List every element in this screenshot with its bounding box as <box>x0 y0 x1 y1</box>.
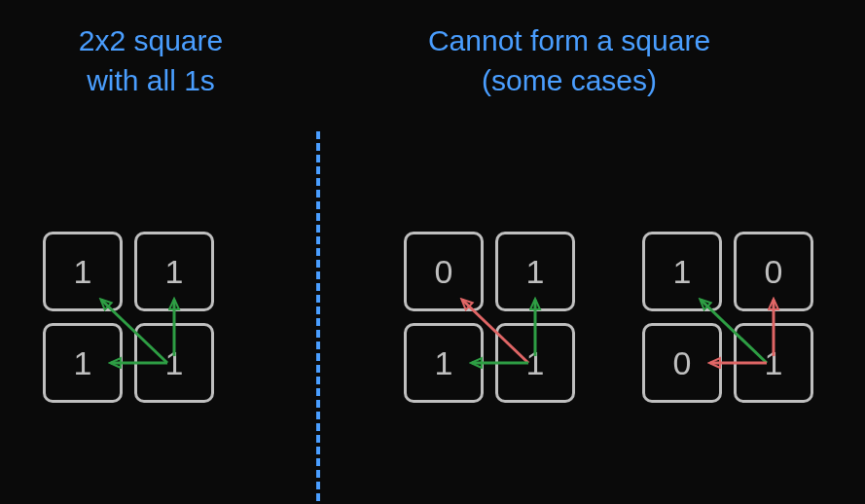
cell-bl: 0 <box>642 323 722 403</box>
cell-bl: 1 <box>43 323 123 403</box>
cell-br: 1 <box>495 323 575 403</box>
heading-right: Cannot form a square (some cases) <box>360 21 778 100</box>
cell-tl: 1 <box>642 232 722 311</box>
heading-left-line1: 2x2 square <box>24 21 277 61</box>
cell-br: 1 <box>734 323 813 403</box>
cell-tr: 1 <box>495 232 575 311</box>
grid-all-ones: 1 1 1 1 <box>43 232 228 416</box>
heading-left: 2x2 square with all 1s <box>24 21 277 100</box>
cell-tr: 1 <box>134 232 214 311</box>
cell-br: 1 <box>134 323 214 403</box>
cell-tl: 0 <box>404 232 484 311</box>
grid-zeros-tr-bl: 1 0 0 1 <box>642 232 827 416</box>
heading-right-line1: Cannot form a square <box>360 21 778 61</box>
cell-tl: 1 <box>43 232 123 311</box>
grid-zero-tl: 0 1 1 1 <box>404 232 589 416</box>
heading-right-line2: (some cases) <box>360 61 778 101</box>
section-divider <box>316 131 320 501</box>
cell-tr: 0 <box>734 232 813 311</box>
heading-left-line2: with all 1s <box>24 61 277 101</box>
cell-bl: 1 <box>404 323 484 403</box>
